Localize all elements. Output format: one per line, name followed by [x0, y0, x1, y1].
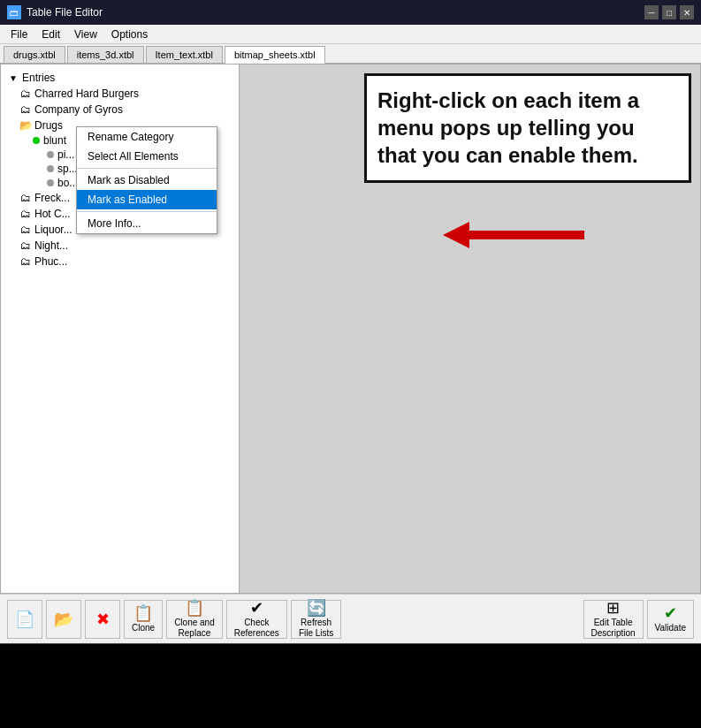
ctx-mark-enabled[interactable]: Mark as Enabled — [77, 190, 217, 209]
tree-item-label: Charred Hard Burgers — [34, 87, 139, 100]
folder-icon — [19, 207, 33, 221]
ctx-divider-1 — [77, 168, 217, 169]
context-menu: Rename Category Select All Elements Mark… — [76, 126, 217, 234]
ctx-select-all[interactable]: Select All Elements — [77, 147, 217, 166]
tree-item-label: Drugs — [34, 119, 63, 132]
edit-table-label: Edit TableDescription — [591, 618, 636, 639]
new-button[interactable]: 📄 — [7, 600, 42, 639]
ctx-divider-2 — [77, 211, 217, 212]
menu-file[interactable]: File — [4, 27, 34, 42]
folder-icon — [19, 87, 33, 101]
svg-marker-0 — [443, 222, 584, 248]
tree-item-label: Freck... — [34, 192, 70, 204]
folder-icon: ▼ — [6, 71, 20, 85]
tab-bar: drugs.xtbl items_3d.xtbl Item_text.xtbl … — [0, 44, 701, 64]
edit-table-icon: ⊞ — [606, 600, 620, 616]
clone-replace-icon: 📋 — [185, 600, 204, 616]
folder-icon — [19, 239, 33, 253]
folder-open-icon: 📂 — [19, 118, 33, 133]
tab-items3d[interactable]: items_3d.xtbl — [67, 46, 144, 63]
ctx-rename-category[interactable]: Rename Category — [77, 127, 217, 147]
menu-edit[interactable]: Edit — [34, 27, 67, 42]
delete-icon: ✖ — [96, 611, 110, 627]
refresh-button[interactable]: 🔄 RefreshFile Lists — [291, 600, 341, 639]
clone-label: Clone — [132, 623, 155, 633]
check-refs-icon: ✔ — [250, 600, 263, 616]
arrow-container — [443, 222, 584, 251]
tree-item-label: bo... — [57, 177, 78, 189]
folder-icon — [19, 254, 33, 269]
tree-item-label: Liquor... — [34, 224, 72, 236]
tree-charred-hard-burgers[interactable]: Charred Hard Burgers — [4, 86, 235, 102]
edit-table-button[interactable]: ⊞ Edit TableDescription — [583, 600, 644, 639]
clone-button[interactable]: 📋 Clone — [124, 600, 163, 639]
clone-icon: 📋 — [133, 605, 153, 621]
delete-button[interactable]: ✖ — [85, 600, 120, 639]
tab-bitmapsheets[interactable]: bitmap_sheets.xtbl — [225, 46, 325, 64]
tree-item-label: blunt — [43, 134, 66, 147]
tree-company-gyros[interactable]: Company of Gyros — [4, 102, 235, 118]
refresh-icon: 🔄 — [307, 600, 326, 616]
window-title: Table File Editor — [27, 6, 103, 19]
right-panel: Right-click on each item a menu pops up … — [240, 64, 700, 593]
disabled-dot — [47, 151, 54, 158]
tree-item-label: Phuc... — [34, 255, 67, 268]
ctx-mark-disabled[interactable]: Mark as Disabled — [77, 171, 217, 190]
tree-item-label: Night... — [34, 239, 68, 252]
refresh-label: RefreshFile Lists — [299, 618, 333, 639]
validate-icon: ✔ — [664, 605, 677, 621]
clone-replace-button[interactable]: 📋 Clone andReplace — [166, 600, 223, 639]
tree-panel: ▼ Entries Charred Hard Burgers Company o… — [1, 64, 240, 593]
app-icon: 🗃 — [7, 5, 21, 19]
enabled-dot — [33, 137, 40, 144]
tree-item-label: Company of Gyros — [34, 103, 123, 116]
disabled-dot — [47, 179, 54, 186]
menu-options[interactable]: Options — [104, 27, 155, 42]
close-button[interactable]: ✕ — [680, 5, 694, 19]
tree-item-label: pi... — [57, 148, 74, 161]
validate-label: Validate — [655, 623, 686, 633]
menu-view[interactable]: View — [67, 27, 104, 42]
status-area — [0, 643, 701, 728]
tree-item-label: sp... — [57, 163, 78, 175]
folder-icon — [19, 191, 33, 205]
tree-night[interactable]: Night... — [4, 238, 235, 254]
clone-replace-label: Clone andReplace — [174, 618, 215, 639]
open-button[interactable]: 📂 — [46, 600, 81, 639]
red-arrow-svg — [443, 222, 584, 248]
ctx-more-info[interactable]: More Info... — [77, 214, 217, 233]
window-controls: ─ □ ✕ — [644, 5, 694, 19]
validate-button[interactable]: ✔ Validate — [647, 600, 694, 639]
open-icon: 📂 — [54, 611, 73, 627]
instruction-text: Right-click on each item a menu pops up … — [377, 87, 678, 170]
check-refs-button[interactable]: ✔ CheckReferences — [226, 600, 287, 639]
tree-entries-root[interactable]: ▼ Entries — [4, 70, 235, 86]
title-bar: 🗃 Table File Editor ─ □ ✕ — [0, 0, 701, 25]
title-bar-left: 🗃 Table File Editor — [7, 5, 103, 19]
tab-drugs[interactable]: drugs.xtbl — [4, 46, 65, 63]
tab-itemtext[interactable]: Item_text.xtbl — [146, 46, 223, 63]
minimize-button[interactable]: ─ — [644, 5, 659, 19]
tree-item-label: Hot C... — [34, 208, 71, 220]
main-content: ▼ Entries Charred Hard Burgers Company o… — [0, 64, 701, 594]
menu-bar: File Edit View Options — [0, 25, 701, 44]
maximize-button[interactable]: □ — [662, 5, 676, 19]
folder-icon — [19, 102, 33, 117]
tree-phuc[interactable]: Phuc... — [4, 254, 235, 269]
instruction-box: Right-click on each item a menu pops up … — [364, 73, 691, 183]
folder-icon — [19, 223, 33, 237]
bottom-toolbar: 📄 📂 ✖ 📋 Clone 📋 Clone andReplace ✔ Check… — [0, 594, 701, 643]
new-icon: 📄 — [15, 611, 34, 627]
entries-label: Entries — [22, 72, 55, 84]
check-refs-label: CheckReferences — [234, 618, 279, 639]
disabled-dot — [47, 165, 54, 172]
